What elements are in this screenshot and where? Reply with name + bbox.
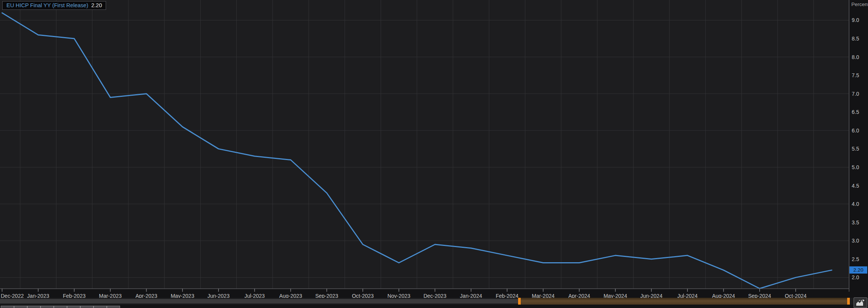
series-value-label: 2.20 bbox=[91, 2, 102, 8]
y-axis-label: 4.0 bbox=[852, 201, 859, 207]
bottom-tile[interactable] bbox=[94, 306, 107, 308]
series-name-label: EU HICP Final YY (First Release) bbox=[6, 2, 88, 8]
scrollbar-selected-range[interactable] bbox=[521, 298, 847, 305]
y-axis-label: 9.0 bbox=[852, 17, 859, 23]
scrollbar-track-left[interactable] bbox=[0, 299, 518, 303]
bottom-tile[interactable] bbox=[27, 306, 41, 308]
y-axis-label: 3.0 bbox=[852, 238, 859, 244]
y-axis-label: 7.5 bbox=[852, 72, 859, 78]
range-scrollbar[interactable] bbox=[0, 298, 868, 305]
scrollbar-left-handle[interactable] bbox=[518, 298, 521, 305]
bottom-tile[interactable] bbox=[1, 306, 14, 308]
y-axis-label: 5.0 bbox=[852, 164, 859, 170]
bottom-tile-strip bbox=[0, 306, 868, 308]
y-axis-label: 5.5 bbox=[852, 146, 859, 152]
y-axis-label: 8.5 bbox=[852, 36, 859, 42]
bottom-tile[interactable] bbox=[80, 306, 94, 308]
plot-area bbox=[0, 0, 849, 289]
y-axis-label: 6.0 bbox=[852, 128, 859, 134]
series-legend[interactable]: EU HICP Final YY (First Release)2.20 bbox=[2, 1, 106, 10]
y-axis-unit-label: Percent bbox=[851, 2, 868, 7]
bottom-tile[interactable] bbox=[41, 306, 54, 308]
y-axis-label: 8.0 bbox=[852, 54, 859, 60]
y-axis-label: 6.5 bbox=[852, 109, 859, 115]
y-axis-label: 3.5 bbox=[852, 219, 859, 226]
bottom-tile[interactable] bbox=[14, 306, 27, 308]
bottom-tile[interactable] bbox=[107, 306, 120, 308]
y-axis-label: 4.5 bbox=[852, 183, 859, 189]
last-value-badge: 2.20 bbox=[849, 266, 867, 274]
y-axis-label: 2.0 bbox=[852, 274, 859, 280]
bottom-tile[interactable] bbox=[67, 306, 80, 308]
chart-arrow-icon bbox=[856, 299, 865, 306]
chart-canvas[interactable]: Dec-2022Jan-2023Feb-2023Mar-2023Apr-2023… bbox=[0, 0, 868, 308]
scrollbar-right-handle[interactable] bbox=[847, 298, 850, 305]
y-axis-label: 2.5 bbox=[852, 256, 859, 262]
chart-window: Dec-2022Jan-2023Feb-2023Mar-2023Apr-2023… bbox=[0, 0, 868, 308]
bottom-tile[interactable] bbox=[54, 306, 67, 308]
y-axis-label: 7.0 bbox=[852, 91, 859, 97]
